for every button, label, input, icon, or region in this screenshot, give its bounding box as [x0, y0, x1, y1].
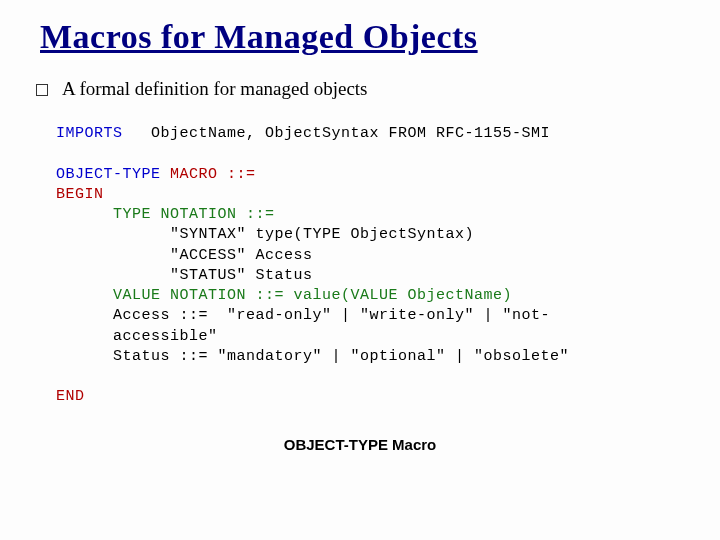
bullet-square-icon: [36, 84, 48, 96]
line-access-def-1: Access ::= "read-only" | "write-only" | …: [56, 307, 550, 324]
imports-rest: ObjectName, ObjectSyntax FROM RFC-1155-S…: [123, 125, 551, 142]
kw-begin: BEGIN: [56, 186, 104, 203]
line-status-kw: "STATUS" Status: [56, 267, 313, 284]
line-access-def-2: accessible": [56, 328, 218, 345]
line-access-kw: "ACCESS" Access: [56, 247, 313, 264]
kw-object-type: OBJECT-TYPE: [56, 166, 161, 183]
slide: Macros for Managed Objects A formal defi…: [0, 0, 720, 540]
kw-end: END: [56, 388, 85, 405]
kw-value-notation: VALUE NOTATION ::= value(VALUE ObjectNam…: [56, 287, 512, 304]
bullet-text: A formal definition for managed objects: [62, 78, 368, 100]
bullet-item: A formal definition for managed objects: [36, 78, 686, 100]
line-status-def: Status ::= "mandatory" | "optional" | "o…: [56, 348, 569, 365]
code-caption: OBJECT-TYPE Macro: [34, 436, 686, 453]
slide-title: Macros for Managed Objects: [40, 18, 686, 56]
line-syntax: "SYNTAX" type(TYPE ObjectSyntax): [56, 226, 474, 243]
kw-macro: MACRO ::=: [161, 166, 256, 183]
kw-imports: IMPORTS: [56, 125, 123, 142]
kw-type-notation: TYPE NOTATION ::=: [56, 206, 275, 223]
macro-code-block: IMPORTS ObjectName, ObjectSyntax FROM RF…: [56, 124, 686, 408]
